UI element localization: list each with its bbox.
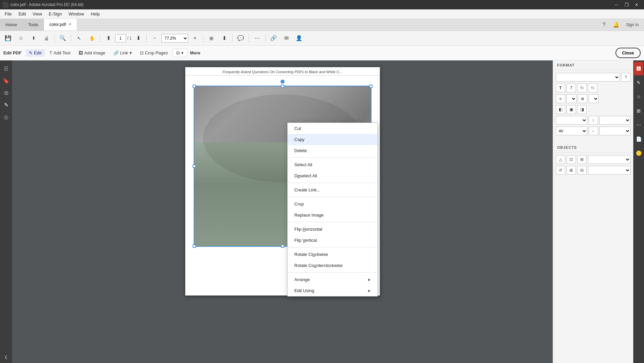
text-align-right[interactable]: ◨: [577, 105, 587, 114]
ctx-flip-vertical[interactable]: Flip Vertical: [288, 235, 378, 246]
font-family-select[interactable]: [556, 73, 620, 82]
fit-page-button[interactable]: ⊞: [205, 32, 217, 44]
handle-middle-left[interactable]: [193, 165, 196, 168]
ctx-create-link[interactable]: Create Link...: [288, 184, 378, 195]
sidebar-icon-layers[interactable]: ◎: [1, 111, 11, 122]
prev-page-button[interactable]: ⬆: [102, 32, 114, 44]
sidebar-icon-bookmark[interactable]: 🔖: [1, 75, 11, 86]
help-button[interactable]: ?: [599, 20, 609, 30]
save-button[interactable]: 💾: [2, 32, 14, 44]
sign-in-button[interactable]: Sign In: [624, 20, 641, 30]
char-spacing-select[interactable]: [556, 116, 587, 125]
zoom-in-button[interactable]: ＋: [189, 32, 201, 44]
menu-esign[interactable]: E-Sign: [45, 10, 65, 18]
order-icon-btn[interactable]: ⊟: [577, 166, 587, 175]
favorite-button[interactable]: ☆: [15, 32, 27, 44]
triangle-icon-btn[interactable]: △: [556, 155, 565, 164]
ctx-cut[interactable]: Cut: [288, 123, 378, 134]
more-options-button[interactable]: ⋯: [251, 32, 263, 44]
color-select[interactable]: AV: [556, 127, 587, 135]
cursor-tool[interactable]: ↖: [73, 32, 85, 44]
text-align-left[interactable]: ◧: [556, 105, 565, 114]
more-edit-button[interactable]: ⊟ ▾: [172, 49, 187, 57]
adobe-tools-icon[interactable]: A: [634, 62, 643, 75]
sidebar-icon-pages[interactable]: ⊞: [1, 87, 11, 98]
flip-icon-btn[interactable]: ⊞: [566, 166, 576, 175]
download-button[interactable]: ⬇: [218, 32, 230, 44]
ctx-copy[interactable]: Copy: [288, 134, 378, 145]
sidebar-icon-link[interactable]: ✎: [1, 99, 11, 110]
add-text-button[interactable]: T Add Text: [46, 49, 74, 57]
zoom-select[interactable]: 77.2% 50% 100% 125% 150%: [161, 34, 188, 43]
adobe-icon-3[interactable]: ☆: [634, 90, 643, 103]
line-spacing-select[interactable]: [599, 116, 631, 125]
subscript-button[interactable]: T1: [588, 84, 597, 92]
comment-button[interactable]: 💬: [235, 32, 247, 44]
order-dropdown[interactable]: [588, 166, 631, 175]
line-spacing-icon[interactable]: ↕: [589, 116, 598, 125]
adobe-icon-5[interactable]: ⋯: [634, 118, 643, 132]
ctx-rotate-cw[interactable]: Rotate Clockwise: [288, 249, 378, 260]
zoom-out-button[interactable]: －: [149, 32, 161, 44]
close-button[interactable]: ✕: [632, 0, 641, 9]
tab-pdf[interactable]: color.pdf ✕: [44, 19, 77, 31]
list-style-select[interactable]: ≡: [566, 94, 577, 103]
crop-obj-icon-btn[interactable]: ⊡: [566, 155, 576, 164]
upload-button[interactable]: ⬆: [28, 32, 40, 44]
adobe-icon-2[interactable]: ✎: [634, 76, 643, 89]
italic-button[interactable]: T: [566, 84, 576, 92]
ctx-delete[interactable]: Delete: [288, 145, 378, 156]
add-image-button[interactable]: 🖼 Add Image: [75, 49, 109, 57]
hand-tool[interactable]: ✋: [86, 32, 98, 44]
crop-pages-button[interactable]: ⊡ Crop Pages: [137, 49, 171, 57]
rotation-handle[interactable]: [280, 79, 285, 84]
handle-top-center[interactable]: [281, 85, 284, 88]
restore-button[interactable]: ❐: [622, 0, 631, 9]
superscript-button[interactable]: T1: [577, 84, 587, 92]
align-dropdown[interactable]: [588, 155, 631, 164]
rotate-icon-btn[interactable]: ↺: [556, 166, 565, 175]
handle-top-right[interactable]: [369, 85, 373, 88]
adobe-icon-7[interactable]: 🟡: [634, 146, 643, 160]
link-button[interactable]: 🔗 Link ▾: [110, 49, 135, 57]
ctx-replace-image[interactable]: Replace Image: [288, 210, 378, 221]
list-num-select[interactable]: ≣: [589, 94, 599, 103]
text-align-center[interactable]: ▣: [566, 105, 576, 114]
ctx-rotate-ccw[interactable]: Rotate Counterclockwise: [288, 260, 378, 271]
ctx-crop[interactable]: Crop: [288, 198, 378, 210]
print-button[interactable]: 🖨: [40, 32, 52, 44]
email-button[interactable]: ✉: [280, 32, 292, 44]
tab-home[interactable]: Home: [0, 19, 23, 31]
next-page-button[interactable]: ⬇: [132, 32, 144, 44]
adobe-icon-4[interactable]: ⊞: [634, 104, 643, 118]
handle-bottom-left[interactable]: [193, 244, 196, 248]
ctx-flip-horizontal[interactable]: Flip Horizontal: [288, 224, 378, 235]
sidebar-icon-menu[interactable]: ☰: [1, 63, 11, 74]
notification-button[interactable]: 🔔: [611, 20, 621, 30]
menu-view[interactable]: View: [29, 10, 45, 18]
adobe-icon-6[interactable]: 📄: [634, 132, 643, 146]
user-button[interactable]: 👤: [293, 32, 305, 44]
ctx-edit-using[interactable]: Edit Using ▶: [288, 285, 378, 296]
handle-top-left[interactable]: [193, 85, 196, 88]
bold-button[interactable]: T: [556, 84, 565, 92]
menu-help[interactable]: Help: [88, 10, 103, 18]
minimize-button[interactable]: ─: [612, 0, 621, 9]
ctx-arrange[interactable]: Arrange ▶: [288, 274, 378, 285]
ctx-select-all[interactable]: Select All: [288, 159, 378, 170]
color-icon[interactable]: ↔: [589, 127, 598, 135]
align-left-button[interactable]: ≡: [556, 94, 565, 103]
help-icon-btn[interactable]: ?: [621, 73, 631, 82]
numbered-list-button[interactable]: ≣: [578, 94, 587, 103]
share-link-button[interactable]: 🔗: [267, 32, 280, 44]
ctx-deselect-all[interactable]: Deselect All: [288, 170, 378, 181]
menu-edit[interactable]: Edit: [15, 10, 29, 18]
align-obj-icon-btn[interactable]: ⊞: [577, 155, 587, 164]
menu-file[interactable]: File: [1, 10, 15, 18]
tab-tools[interactable]: Tools: [23, 19, 44, 31]
spacing-2-select[interactable]: [599, 127, 631, 135]
sidebar-collapse-button[interactable]: ❮: [1, 354, 11, 360]
menu-window[interactable]: Window: [65, 10, 87, 18]
page-number-input[interactable]: [115, 34, 126, 42]
edit-button[interactable]: ✎ Edit: [26, 49, 45, 57]
